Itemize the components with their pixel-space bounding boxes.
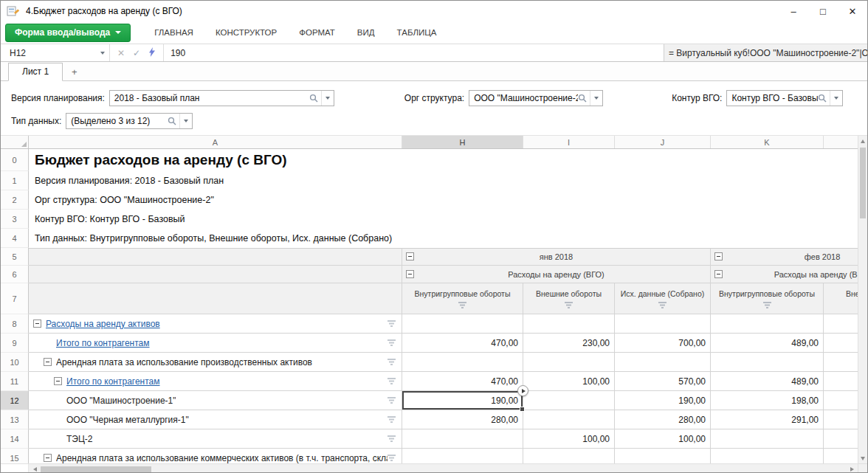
minimize-button[interactable]: – <box>779 1 808 21</box>
filter-icon[interactable] <box>388 357 396 367</box>
chevron-down-icon[interactable] <box>830 91 842 106</box>
horizontal-scroll-thumb[interactable] <box>41 466 151 472</box>
tab-format[interactable]: ФОРМАТ <box>299 28 335 37</box>
measure-header[interactable]: Внутригрупповые обороты <box>402 283 523 314</box>
filter-icon[interactable] <box>388 415 396 425</box>
data-cell[interactable] <box>523 410 615 429</box>
data-cell[interactable]: 190,00 <box>615 391 711 410</box>
filter-icon[interactable] <box>388 338 396 348</box>
data-cell[interactable]: 230,00 <box>523 334 615 353</box>
enter-icon[interactable]: ✓ <box>133 48 140 58</box>
row-header-current[interactable]: 12 <box>1 391 29 410</box>
search-icon[interactable] <box>168 117 179 125</box>
column-header-h[interactable]: H <box>402 136 523 148</box>
data-cell[interactable] <box>711 429 824 449</box>
data-cell[interactable] <box>615 353 711 372</box>
row-header[interactable]: 1 <box>1 171 29 190</box>
row-header[interactable]: 0 <box>1 149 29 171</box>
data-cell[interactable]: 700,00 <box>615 334 711 353</box>
name-box[interactable]: H12 <box>1 44 109 61</box>
search-icon[interactable] <box>578 94 590 103</box>
measure-header[interactable]: Исх. данные (Собрано) <box>615 283 711 314</box>
selected-cell-h12[interactable]: 190,00 <box>402 391 523 410</box>
data-cell[interactable] <box>523 314 615 334</box>
data-cell[interactable]: 280,00 <box>402 410 523 429</box>
data-cell[interactable] <box>523 353 615 372</box>
column-header-i[interactable]: I <box>523 136 615 148</box>
month-group-feb[interactable]: фев 2018 <box>711 248 867 266</box>
column-header-a[interactable]: A <box>29 136 402 148</box>
row-header[interactable]: 8 <box>1 314 29 334</box>
row-header[interactable]: 4 <box>1 229 29 248</box>
filter-icon[interactable] <box>388 434 396 444</box>
collapse-icon[interactable] <box>406 270 414 278</box>
row-header[interactable]: 14 <box>1 429 29 449</box>
info-cell[interactable]: Орг структура: ООО "Машиностроение-2" <box>29 190 867 210</box>
chevron-down-icon[interactable] <box>321 91 334 106</box>
row-label-cell[interactable]: Итого по контрагентам <box>29 334 402 353</box>
add-sheet-button[interactable]: + <box>63 63 86 80</box>
data-cell[interactable]: 489,00 <box>711 372 824 391</box>
scroll-right-icon[interactable] <box>846 464 858 473</box>
row-header[interactable]: 10 <box>1 353 29 372</box>
row-header[interactable]: 7 <box>1 283 29 314</box>
scroll-down-icon[interactable] <box>858 453 867 463</box>
row-label-cell[interactable]: ООО "Черная металлургия-1" <box>29 410 402 429</box>
row-header[interactable]: 11 <box>1 372 29 391</box>
row-label-cell[interactable]: Арендная плата за использование производ… <box>29 353 402 372</box>
data-cell[interactable]: 570,00 <box>615 372 711 391</box>
datatype-filter-combo[interactable]: (Выделено 3 из 12) <box>66 113 193 129</box>
measure-header[interactable]: Внутригрупповые обороты <box>711 283 824 314</box>
row-label-cell[interactable]: Итого по контрагентам <box>29 372 402 391</box>
formula-input[interactable]: 190 <box>163 44 664 61</box>
name-box-caret-icon[interactable] <box>96 52 109 55</box>
org-filter-combo[interactable]: ООО "Машиностроение-2" <box>469 90 603 106</box>
measure-group-jan[interactable]: Расходы на аренду (ВГО) <box>402 266 711 283</box>
row-header[interactable]: 6 <box>1 266 29 283</box>
io-form-menu-button[interactable]: Форма ввода/вывода <box>5 24 131 42</box>
drill-button[interactable] <box>517 385 528 396</box>
info-cell[interactable]: Версия планирования: 2018 - Базовый план <box>29 171 867 190</box>
row-label-cell[interactable]: ТЭЦ-2 <box>29 429 402 449</box>
row-label-cell[interactable]: ООО "Машиностроение-1" <box>29 391 402 410</box>
collapse-icon[interactable] <box>714 252 723 260</box>
scroll-left-icon[interactable] <box>29 464 41 473</box>
search-icon[interactable] <box>818 94 830 103</box>
row-header[interactable]: 9 <box>1 334 29 353</box>
row-header[interactable]: 5 <box>1 248 29 266</box>
data-cell[interactable]: 470,00 <box>402 372 523 391</box>
data-cell[interactable] <box>711 314 824 334</box>
data-cell[interactable]: 280,00 <box>615 410 711 429</box>
maximize-button[interactable]: □ <box>808 1 838 21</box>
data-cell[interactable] <box>615 314 711 334</box>
filter-icon[interactable] <box>388 396 396 406</box>
tab-glavnaya[interactable]: ГЛАВНАЯ <box>154 28 193 37</box>
collapse-icon[interactable] <box>54 377 62 385</box>
search-icon[interactable] <box>309 94 321 103</box>
measure-group-feb[interactable]: Расходы на аренду (ВГО) <box>711 266 867 283</box>
scroll-up-icon[interactable] <box>858 136 867 146</box>
collapse-icon[interactable] <box>44 358 52 366</box>
tab-konstruktor[interactable]: КОНСТРУКТОР <box>216 28 277 37</box>
function-wizard-icon[interactable] <box>148 47 156 59</box>
select-all-corner[interactable] <box>1 136 29 148</box>
vertical-scrollbar[interactable] <box>858 136 867 463</box>
filter-icon[interactable] <box>388 453 396 463</box>
data-cell[interactable] <box>402 353 523 372</box>
data-cell[interactable]: 291,00 <box>711 410 824 429</box>
tab-tablitsa[interactable]: ТАБЛИЦА <box>397 28 437 37</box>
collapse-icon[interactable] <box>44 454 52 462</box>
vgo-filter-combo[interactable]: Контур ВГО - Базовый <box>726 90 843 106</box>
filter-icon[interactable] <box>763 301 771 310</box>
row-label-cell[interactable]: Расходы на аренду активов <box>29 314 402 334</box>
measure-header[interactable]: Внешние обороты <box>523 283 615 314</box>
chevron-down-icon[interactable] <box>590 91 602 106</box>
filter-icon[interactable] <box>658 301 666 310</box>
data-cell[interactable]: 100,00 <box>523 429 615 449</box>
filter-icon[interactable] <box>565 301 573 310</box>
column-header-j[interactable]: J <box>615 136 711 148</box>
row-header[interactable]: 3 <box>1 210 29 229</box>
data-cell[interactable] <box>402 429 523 449</box>
close-button[interactable]: ✕ <box>838 1 867 21</box>
collapse-icon[interactable] <box>406 252 414 260</box>
